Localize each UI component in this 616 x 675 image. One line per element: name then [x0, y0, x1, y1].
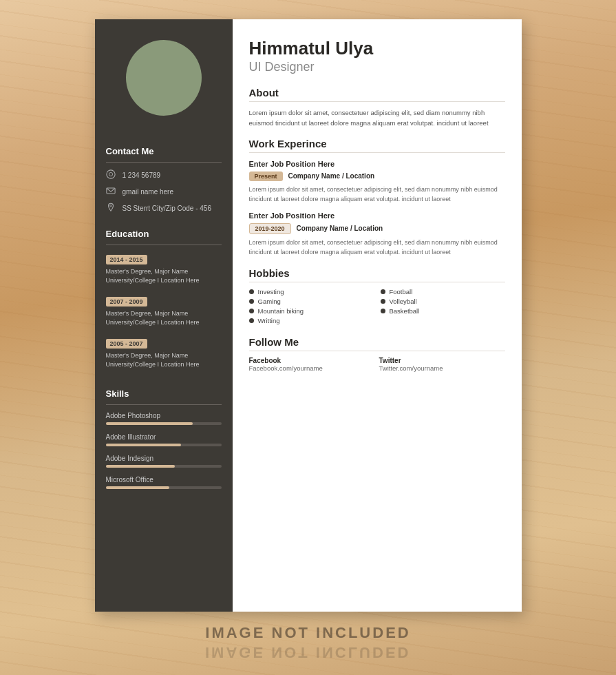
bullet-4: [249, 318, 254, 323]
education-section: Education 2014 - 2015 Master's Degree, M…: [95, 219, 233, 379]
skill-3: Adobe Indesign: [106, 455, 222, 468]
hobby-5: Football: [381, 288, 505, 295]
email-address: gmail name here: [123, 188, 173, 196]
follow-facebook: Facebook Facebook.com/yourname: [249, 357, 375, 372]
follow-grid: Facebook Facebook.com/yourname Twitter T…: [249, 357, 505, 372]
sidebar: Contact Me 1 234 56789: [95, 19, 233, 612]
facebook-platform: Facebook: [249, 357, 375, 364]
watermark-reflected: IMAGE NOT INCLUDED: [205, 643, 410, 661]
job-company-1: Company Name / Location: [288, 172, 375, 180]
contact-section-title: Contact Me: [106, 146, 222, 156]
bullet-1: [249, 289, 254, 294]
bullet-6: [381, 299, 385, 304]
skill-name-1: Adobe Photoshop: [106, 412, 222, 419]
hobby-label-3: Mountain biking: [258, 307, 304, 315]
education-divider: [106, 245, 222, 245]
edu-year-3: 2005 - 2007: [106, 339, 147, 349]
about-divider: [249, 101, 505, 102]
hobby-4: Writting: [249, 317, 374, 324]
follow-heading: Follow Me: [249, 336, 505, 348]
skills-divider: [106, 404, 222, 405]
hobby-label-2: Gaming: [258, 298, 281, 305]
edu-year-1: 2014 - 2015: [106, 255, 147, 264]
edu-inst-1: University/College I Location Here: [106, 276, 222, 285]
avatar: [126, 40, 202, 116]
resume-card: Contact Me 1 234 56789: [95, 19, 522, 612]
hobbies-col1: Investing Gaming Mountain biking Writtin…: [249, 288, 374, 326]
hobby-3: Mountain biking: [249, 307, 374, 315]
svg-point-0: [106, 170, 114, 178]
job-company-2: Company Name / Location: [297, 225, 383, 232]
hobbies-col2: Football Volleyball Basketball: [381, 288, 505, 326]
skill-bar-fill-1: [106, 422, 193, 425]
bullet-2: [249, 299, 254, 304]
education-section-title: Education: [106, 229, 222, 239]
hobby-label-7: Basketball: [390, 307, 420, 315]
phone-icon: [106, 169, 117, 180]
hobby-label-5: Football: [390, 288, 413, 295]
skill-name-2: Adobe Illustrator: [106, 433, 222, 441]
address-text: SS Sterrt City/Zip Code - 456: [123, 205, 212, 212]
person-name: Himmatul Ulya: [249, 39, 505, 59]
email-icon: [106, 186, 117, 197]
edu-entry-1: 2014 - 2015 Master's Degree, Major Name …: [106, 252, 222, 284]
phone-number: 1 234 56789: [123, 172, 161, 179]
contact-divider: [106, 162, 222, 163]
job-meta-2: 2019-2020 Company Name / Location: [249, 223, 505, 234]
job-desc-1: Lorem ipsum dolor sit amet, consectetuer…: [249, 185, 505, 205]
job-meta-1: Present Company Name / Location: [249, 172, 505, 181]
hobby-6: Volleyball: [381, 298, 505, 305]
job-badge-2: 2019-2020: [249, 223, 291, 234]
contact-section: Contact Me 1 234 56789: [95, 136, 233, 219]
skill-bar-fill-4: [106, 486, 169, 489]
edu-inst-3: University/College I Location Here: [106, 360, 222, 369]
skill-bar-bg-1: [106, 422, 222, 425]
hobbies-divider: [249, 282, 505, 282]
person-role: UI Designer: [249, 60, 505, 74]
skill-2: Adobe Illustrator: [106, 433, 222, 446]
bullet-7: [381, 309, 385, 313]
hobby-2: Gaming: [249, 298, 374, 305]
phone-item: 1 234 56789: [106, 169, 222, 180]
bullet-5: [381, 289, 385, 294]
facebook-url: Facebook.com/yourname: [249, 364, 375, 372]
skill-name-3: Adobe Indesign: [106, 455, 222, 462]
skill-1: Adobe Photoshop: [106, 412, 222, 425]
edu-entry-3: 2005 - 2007 Master's Degree, Major Name …: [106, 336, 222, 368]
hobby-7: Basketball: [381, 307, 505, 315]
address-item: SS Sterrt City/Zip Code - 456: [106, 202, 222, 214]
hobby-1: Investing: [249, 288, 374, 295]
job-desc-2: Lorem ipsum dolor sit amet, consectetuer…: [249, 238, 505, 258]
work-heading: Work Experince: [249, 138, 505, 149]
svg-point-1: [109, 172, 112, 176]
hobbies-grid: Investing Gaming Mountain biking Writtin…: [249, 288, 505, 326]
about-heading: About: [249, 87, 505, 98]
edu-degree-3: Master's Degree, Major Name: [106, 351, 222, 360]
about-text: Lorem ipsum dolor sit amet, consectetuer…: [249, 107, 505, 128]
skill-4: Microsoft Office: [106, 476, 222, 489]
edu-entry-2: 2007 - 2009 Master's Degree, Major Name …: [106, 294, 222, 326]
edu-degree-1: Master's Degree, Major Name: [106, 267, 222, 276]
skills-section-title: Skills: [106, 388, 222, 399]
follow-twitter: Twitter Twitter.com/yourname: [379, 357, 505, 372]
watermark-wrapper: IMAGE NOT INCLUDED IMAGE NOT INCLUDED: [205, 624, 410, 661]
skill-bar-bg-3: [106, 465, 222, 468]
name-block: Himmatul Ulya UI Designer: [249, 39, 505, 74]
job-title-2: Enter Job Position Here: [249, 211, 505, 220]
email-item: gmail name here: [106, 186, 222, 197]
skill-name-4: Microsoft Office: [106, 476, 222, 484]
svg-point-3: [109, 205, 111, 207]
skill-bar-fill-3: [106, 465, 176, 468]
job-badge-1: Present: [249, 172, 283, 181]
job-title-1: Enter Job Position Here: [249, 160, 505, 168]
hobby-label-4: Writting: [258, 317, 280, 324]
hobby-label-1: Investing: [258, 288, 284, 295]
watermark-text: IMAGE NOT INCLUDED: [205, 624, 410, 641]
main-content: Himmatul Ulya UI Designer About Lorem ip…: [233, 19, 522, 612]
edu-inst-2: University/College I Location Here: [106, 318, 222, 327]
edu-year-2: 2007 - 2009: [106, 297, 147, 307]
edu-degree-2: Master's Degree, Major Name: [106, 309, 222, 318]
skill-bar-fill-2: [106, 444, 181, 446]
skills-section: Skills Adobe Photoshop Adobe Illustrator…: [95, 379, 233, 497]
hobby-label-6: Volleyball: [390, 298, 417, 305]
